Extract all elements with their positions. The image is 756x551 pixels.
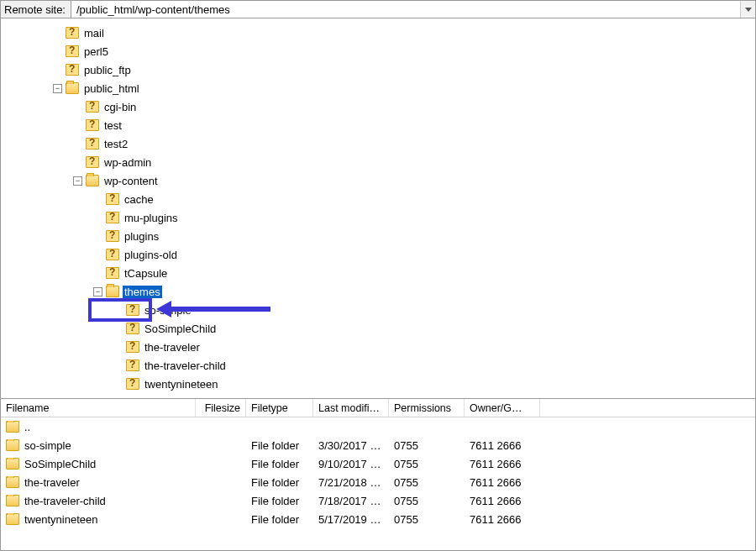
unknown-icon [86, 119, 99, 131]
tree-node-label[interactable]: mail [82, 27, 106, 39]
tree-node[interactable]: cache [1, 190, 755, 208]
cell-modified: 7/21/2018 … [313, 476, 389, 489]
tree-node[interactable]: perl5 [1, 42, 755, 60]
cell-owner: 7611 2666 [465, 439, 540, 452]
file-list-header: Filename Filesize Filetype Last modifi… … [1, 399, 755, 417]
tree-node[interactable]: cgi-bin [1, 97, 755, 116]
tree-node[interactable]: −public_html [1, 79, 755, 97]
cell-perm: 0755 [389, 458, 465, 470]
unknown-icon [86, 101, 99, 113]
cell-owner: 7611 2666 [465, 476, 540, 489]
column-header-owner[interactable]: Owner/G… [465, 399, 540, 417]
svg-marker-0 [745, 8, 752, 12]
cell-owner: 7611 2666 [465, 495, 540, 507]
tree-node[interactable]: −themes [1, 282, 755, 301]
column-header-permissions[interactable]: Permissions [389, 399, 465, 417]
tree-node-label[interactable]: tCapsule [123, 267, 169, 280]
tree-node[interactable]: so-simple [1, 301, 755, 319]
tree-toggle[interactable]: − [93, 287, 102, 296]
file-list-pane: Filename Filesize Filetype Last modifi… … [1, 398, 755, 549]
path-dropdown-button[interactable] [740, 1, 755, 18]
tree-node-label[interactable]: twentynineteen [143, 378, 219, 391]
tree-toggle-placeholder [73, 102, 82, 112]
tree-node[interactable]: twentynineteen [1, 375, 755, 393]
cell-modified: 3/30/2017 … [313, 439, 389, 452]
file-name: the-traveler-child [24, 495, 106, 507]
tree-node[interactable]: mu-plugins [1, 208, 755, 227]
file-row[interactable]: twentynineteenFile folder5/17/2019 …0755… [1, 510, 755, 528]
tree-node[interactable]: SoSimpleChild [1, 319, 755, 338]
tree-node-label[interactable]: public_ftp [82, 64, 133, 76]
tree-toggle-placeholder [93, 250, 102, 260]
tree-node-label[interactable]: test2 [102, 138, 129, 150]
tree-toggle-placeholder [113, 380, 123, 389]
unknown-icon [66, 64, 79, 76]
file-row[interactable]: so-simpleFile folder3/30/2017 …07557611 … [1, 436, 755, 454]
tree-node-label[interactable]: SoSimpleChild [143, 323, 218, 335]
file-row[interactable]: the-travelerFile folder7/21/2018 …075576… [1, 473, 755, 491]
unknown-icon [106, 267, 119, 279]
tree-node[interactable]: wp-admin [1, 153, 755, 171]
folder-icon [6, 458, 19, 470]
tree-node-label[interactable]: themes [123, 286, 162, 298]
tree-node-label[interactable]: cache [123, 193, 155, 206]
column-header-filetype[interactable]: Filetype [246, 399, 313, 417]
tree-toggle-placeholder [93, 232, 102, 241]
cell-perm: 0755 [389, 513, 465, 526]
cell-owner: 7611 2666 [465, 458, 540, 470]
tree-toggle-placeholder [53, 29, 62, 38]
tree-node[interactable]: tCapsule [1, 264, 755, 282]
tree-toggle-placeholder [93, 195, 102, 204]
tree-node[interactable]: the-traveler [1, 338, 755, 356]
tree-node-label[interactable]: so-simple [143, 304, 193, 317]
unknown-icon [66, 45, 79, 57]
column-header-filesize[interactable]: Filesize [196, 399, 246, 417]
tree-toggle-placeholder [113, 324, 123, 333]
tree-node-label[interactable]: the-traveler-child [143, 359, 228, 372]
tree-node[interactable]: public_ftp [1, 60, 755, 79]
cell-owner: 7611 2666 [465, 513, 540, 526]
unknown-icon [106, 230, 119, 242]
remote-tree-pane[interactable]: mailperl5public_ftp−public_htmlcgi-binte… [1, 18, 755, 398]
column-header-filename[interactable]: Filename [1, 399, 196, 417]
parent-directory-row[interactable]: .. [1, 417, 755, 436]
tree-toggle-placeholder [113, 361, 123, 370]
tree-toggle-placeholder [53, 47, 62, 56]
tree-node-label[interactable]: public_html [82, 82, 141, 95]
folder-icon [86, 175, 99, 186]
parent-folder-icon [6, 421, 19, 433]
unknown-icon [126, 323, 139, 334]
tree-node[interactable]: test2 [1, 134, 755, 153]
remote-path-input[interactable] [71, 1, 740, 18]
file-row[interactable]: SoSimpleChildFile folder9/10/2017 …07557… [1, 454, 755, 473]
tree-node[interactable]: mail [1, 24, 755, 42]
unknown-icon [66, 27, 79, 39]
tree-node-label[interactable]: mu-plugins [123, 212, 180, 224]
folder-icon [6, 495, 19, 506]
tree-node[interactable]: test [1, 116, 755, 134]
tree-node-label[interactable]: the-traveler [143, 341, 202, 354]
column-header-modified[interactable]: Last modifi… [313, 399, 389, 417]
tree-node-label[interactable]: plugins [123, 230, 160, 243]
unknown-icon [126, 378, 139, 390]
tree-node-label[interactable]: perl5 [82, 45, 110, 58]
tree-node-label[interactable]: test [102, 119, 123, 132]
tree-node[interactable]: plugins-old [1, 245, 755, 264]
tree-node-label[interactable]: plugins-old [123, 249, 179, 261]
file-row[interactable]: the-traveler-childFile folder7/18/2017 …… [1, 491, 755, 510]
tree-node-label[interactable]: wp-admin [102, 156, 153, 169]
tree-toggle[interactable]: − [53, 84, 62, 93]
tree-toggle[interactable]: − [73, 176, 82, 186]
tree-node-label[interactable]: cgi-bin [102, 101, 138, 113]
tree-toggle-placeholder [73, 121, 82, 130]
unknown-icon [106, 193, 119, 205]
tree-node[interactable]: −wp-content [1, 171, 755, 190]
chevron-down-icon [745, 8, 752, 12]
folder-icon [6, 439, 19, 451]
tree-node[interactable]: plugins [1, 227, 755, 245]
tree-node[interactable]: the-traveler-child [1, 356, 755, 375]
tree-node-label[interactable]: wp-content [102, 175, 160, 187]
cell-perm: 0755 [389, 476, 465, 489]
cell-filetype: File folder [246, 439, 313, 452]
tree-toggle-placeholder [53, 66, 62, 75]
